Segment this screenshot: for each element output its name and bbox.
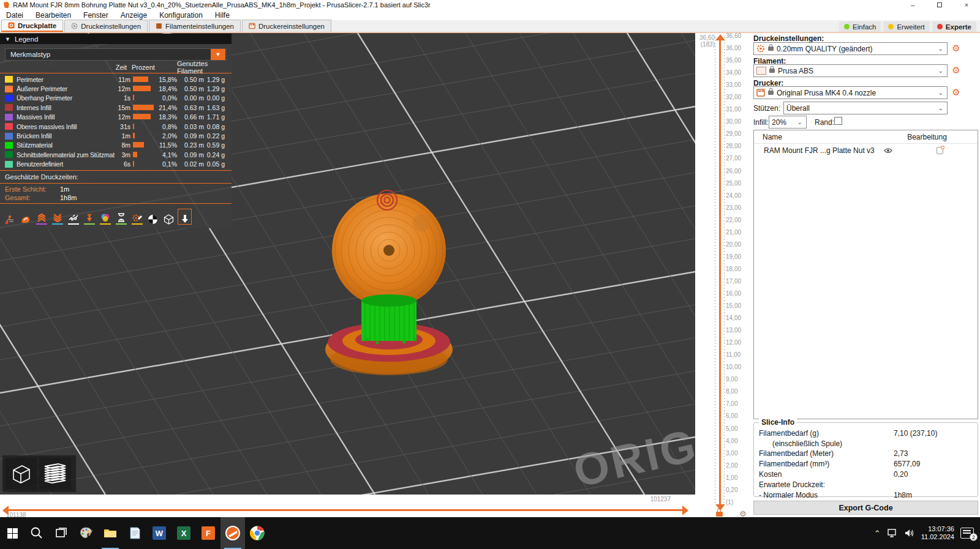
percent-bar xyxy=(133,95,134,100)
tray-chevron-icon[interactable]: ⌃ xyxy=(874,529,881,538)
sliced-model[interactable] xyxy=(318,152,459,379)
infill-dropdown[interactable]: 20% ⌄ xyxy=(769,116,807,129)
pause-prints-icon[interactable] xyxy=(114,209,128,225)
feature-label: Überhang Perimeter xyxy=(17,94,115,102)
notifications-icon[interactable]: 2 xyxy=(960,528,974,539)
seams-icon[interactable] xyxy=(66,209,80,225)
slider-track[interactable] xyxy=(719,40,721,504)
layer-tick-label: 19,00 xyxy=(726,254,741,260)
tab-label: Druckereinstellungen xyxy=(258,23,325,30)
layer-tick-label: 14,00 xyxy=(726,315,741,321)
taskbar-clock[interactable]: 13:07:36 11.02.2024 xyxy=(921,525,954,541)
travel-paths-icon[interactable] xyxy=(2,209,17,225)
edit-object-icon[interactable] xyxy=(902,147,978,154)
feature-color-swatch xyxy=(5,114,13,121)
mode-erweitert-button[interactable]: Erweitert xyxy=(883,21,929,32)
layers-view-button[interactable] xyxy=(39,458,71,490)
3d-view-button[interactable] xyxy=(5,458,37,490)
view-type-dropdown[interactable]: Merkmalstyp ▼ xyxy=(5,48,227,61)
slider-track[interactable] xyxy=(9,509,682,511)
feature-time: 6s xyxy=(115,160,130,168)
tool-marker-icon[interactable] xyxy=(178,209,192,225)
layer-slider: 36,60 (183) 36,6036,0035,0034,0033,0032,… xyxy=(695,33,752,517)
deretractions-icon[interactable] xyxy=(50,209,64,225)
chrome-button[interactable] xyxy=(245,517,270,549)
notepad-button[interactable] xyxy=(123,517,147,549)
print-settings-dropdown[interactable]: 0.20mm QUALITY (geändert) ⌄ xyxy=(753,42,948,55)
feature-grams: 1.29 g xyxy=(204,85,228,92)
chrome-icon xyxy=(249,525,265,541)
menu-datei[interactable]: Datei xyxy=(0,10,29,20)
mode-experte-button[interactable]: Experte xyxy=(932,21,976,32)
layer-tick-label: 30,00 xyxy=(726,119,741,125)
custom-gcode-icon[interactable] xyxy=(130,209,144,225)
feature-percent: 0,0% xyxy=(154,94,177,102)
brim-checkbox[interactable] xyxy=(834,117,842,125)
legend-header[interactable]: ▼ Legend xyxy=(0,34,232,44)
network-icon[interactable] xyxy=(887,528,898,538)
supports-dropdown[interactable]: Überall ⌄ xyxy=(783,102,948,114)
feature-color-swatch xyxy=(5,123,13,130)
view-mode-switch xyxy=(2,455,76,492)
menu-anzeige[interactable]: Anzeige xyxy=(115,10,153,20)
excel-button[interactable]: X xyxy=(172,517,196,549)
center-of-mass-icon[interactable] xyxy=(146,209,160,225)
filament-dropdown[interactable]: Prusa ABS ⌄ xyxy=(753,64,948,77)
printer-dropdown[interactable]: Original Prusa MK4 0.4 nozzle ⌄ xyxy=(753,86,948,99)
slice-info-subrow: (einschließlich Spule) xyxy=(754,439,978,448)
tool-changes-icon[interactable] xyxy=(82,209,96,225)
shells-icon[interactable] xyxy=(162,209,176,225)
print-settings-gear-icon[interactable]: ⚙ xyxy=(951,43,962,54)
visibility-eye-icon[interactable] xyxy=(875,148,902,154)
feature-label: Brücken Infill xyxy=(17,132,115,140)
filament-gear-icon[interactable]: ⚙ xyxy=(951,65,962,76)
menu-hilfe[interactable]: Hilfe xyxy=(209,10,236,20)
object-list[interactable]: Name Bearbeitung RAM Mount FJR ...g Plat… xyxy=(753,130,978,419)
menu-konfiguration[interactable]: Konfiguration xyxy=(153,10,209,20)
prusaslicer-taskbar-button[interactable] xyxy=(221,517,245,549)
right-sidebar: Druckeinstellungen: 0.20mm QUALITY (geän… xyxy=(752,33,980,517)
3d-viewport[interactable]: ORIGI ▼ Legend Merkmalstyp ▼ Zeit Prozen… xyxy=(0,33,695,495)
task-view-button[interactable] xyxy=(49,517,74,549)
volume-icon[interactable] xyxy=(904,528,915,538)
object-row[interactable]: RAM Mount FJR ...g Platte Nut v3 xyxy=(754,144,978,157)
export-gcode-button[interactable]: Export G-Code xyxy=(753,501,978,515)
tab-druckplatte[interactable]: Druckplatte xyxy=(1,20,63,32)
window-title: RAM Mount FJR 8mm Bohrung Platte Nut v3_… xyxy=(13,1,431,9)
menu-fenster[interactable]: Fenster xyxy=(77,10,115,20)
search-button[interactable] xyxy=(24,517,49,549)
excel-icon: X xyxy=(177,526,190,540)
feature-color-swatch xyxy=(5,142,13,149)
paint-button[interactable] xyxy=(74,517,98,549)
slider-right-handle[interactable] xyxy=(682,506,688,515)
printer-gear-icon[interactable]: ⚙ xyxy=(951,87,962,98)
green-dot-icon xyxy=(844,24,850,29)
tab-druckereinstellungen[interactable]: Druckereinstellungen xyxy=(242,20,331,32)
feature-label: Schnittstellenmaterial zum Stützmaterial xyxy=(17,151,115,159)
mode-einfach-button[interactable]: Einfach xyxy=(839,21,881,32)
legend-title: Legend xyxy=(15,35,38,43)
slider-top-handle[interactable] xyxy=(715,34,725,40)
word-button[interactable]: W xyxy=(147,517,172,549)
slice-info-row: Filamentbedarf (Meter)2,73 xyxy=(754,449,978,458)
filament-color-swatch xyxy=(756,67,766,75)
file-explorer-icon xyxy=(103,526,118,540)
settings-tab-bar: Druckplatte Druckeinstellungen Filamente… xyxy=(0,20,980,33)
wipe-icon[interactable] xyxy=(18,209,32,225)
start-button[interactable] xyxy=(0,517,24,549)
close-button[interactable]: × xyxy=(953,0,980,10)
menu-bearbeiten[interactable]: Bearbeiten xyxy=(29,10,77,20)
retractions-icon[interactable] xyxy=(34,209,48,225)
file-explorer-button[interactable] xyxy=(98,517,123,549)
feature-label: Benutzerdefiniert xyxy=(17,160,115,168)
color-changes-icon[interactable] xyxy=(98,209,112,225)
fusion360-button[interactable]: F xyxy=(196,517,221,549)
search-icon xyxy=(30,526,43,540)
layer-tick-label: 4,00 xyxy=(726,438,741,444)
feature-label: Massives Infill xyxy=(17,113,115,121)
maximize-button[interactable] xyxy=(926,0,953,10)
supports-label: Stützen: xyxy=(753,104,780,113)
tab-druckeinstellungen[interactable]: Druckeinstellungen xyxy=(64,20,148,32)
tab-filamenteinstellungen[interactable]: Filamenteinstellungen xyxy=(149,20,241,32)
minimize-button[interactable]: – xyxy=(899,0,926,10)
